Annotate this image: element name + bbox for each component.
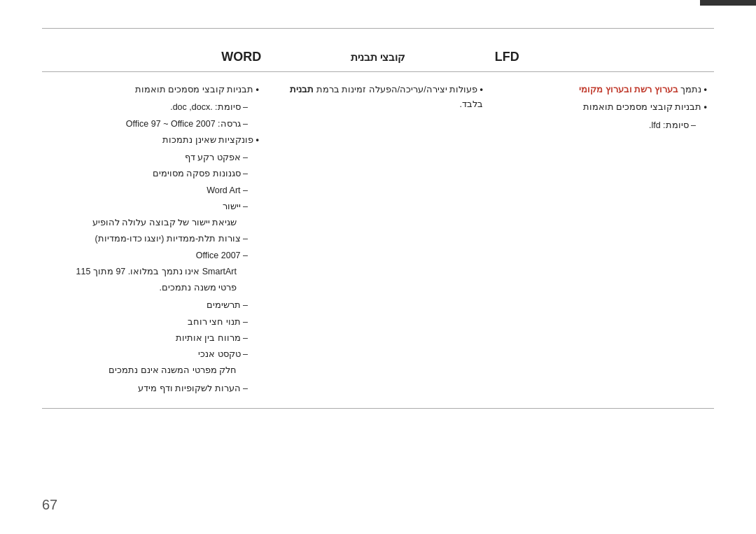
header-word: WORD: [42, 50, 268, 64]
word-note-2-text: SmartArt אינו נתמך במלואו. 97 מתוך 115: [76, 267, 237, 276]
word-sub-3-text: אפקט רקע דף: [185, 153, 241, 162]
word-item-1: תבניות קובצי מסמכים תואמות: [49, 83, 259, 97]
word-sub-12-text: טקסט אנכי: [198, 349, 240, 359]
word-sub-13: הערות לשקופיות ודף מידע: [49, 381, 259, 396]
word-note-1: שגיאת יישור של קבוצה עלולה להופיע: [49, 216, 259, 230]
word-sub-7: צורות תלת-ממדיות (יוצגו כדו-ממדיות): [49, 232, 259, 246]
word-note-1-text: שגיאת יישור של קבוצה עלולה להופיע: [92, 218, 237, 227]
word-note-3: פרטי משנה נתמכים.: [49, 281, 259, 295]
tafnit-item-1: פעולות יצירה/עריכה/הפעלה זמינות ברמת תבנ…: [273, 83, 483, 113]
word-sub-4: סגנונות פסקה מסוימים: [49, 167, 259, 181]
page-number: 67: [42, 497, 57, 513]
col-word: תבניות קובצי מסמכים תואמות סיומת: .doc ,…: [42, 83, 266, 398]
lfd-sub-1-text: סיומת: lfd.: [649, 120, 689, 130]
header-tafnit: קובצי תבנית: [268, 51, 487, 64]
tafnit-text-after: בלבד.: [460, 99, 483, 109]
top-accent-bar: [700, 0, 756, 6]
word-note-4-text: חלק מפרטי המשנה אינם נתמכים: [108, 365, 237, 375]
word-sub-3: אפקט רקע דף: [49, 150, 259, 165]
tafnit-text-bold: תבנית: [290, 85, 314, 94]
word-sub-5-text: Word Art: [206, 185, 240, 195]
word-sub-7-text: צורות תלת-ממדיות (יוצגו כדו-ממדיות): [94, 234, 240, 244]
lfd-item-2: תבניות קובצי מסמכים תואמות: [497, 100, 707, 115]
word-sub-6-text: יישור: [223, 202, 241, 211]
top-border: [42, 28, 714, 29]
word-sub-1: סיומת: .doc ,docx.: [49, 100, 259, 115]
word-sub-1-text: סיומת: .doc ,docx.: [170, 102, 240, 112]
word-sub-10-text: תנוי חצי רוחב: [188, 317, 241, 327]
word-sub-8: Office 2007: [49, 248, 259, 263]
header-row: LFD קובצי תבנית WORD: [42, 43, 714, 72]
word-sub-11-text: מרווח בין אותיות: [176, 333, 241, 343]
word-note-2: SmartArt אינו נתמך במלואו. 97 מתוך 115: [49, 265, 259, 279]
word-sub-5: Word Art: [49, 183, 259, 198]
word-sub-9-text: תרשימים: [206, 300, 241, 310]
lfd-item-2-text: תבניות קובצי מסמכים תואמות: [583, 102, 701, 112]
word-note-4: חלק מפרטי המשנה אינם נתמכים: [49, 363, 259, 378]
word-sub-2-text: גרסה: Office 97 ~ Office 2007: [126, 119, 241, 129]
word-item-2: פונקציות שאינן נתמכות: [49, 133, 259, 148]
page-container: LFD קובצי תבנית WORD נתמך בערוץ רשת ובער…: [0, 0, 756, 437]
col-lfd: נתמך בערוץ רשת ובערוץ מקומי תבניות קובצי…: [490, 83, 714, 398]
word-sub-2: גרסה: Office 97 ~ Office 2007: [49, 117, 259, 132]
word-sub-13-text: הערות לשקופיות ודף מידע: [138, 384, 240, 393]
tafnit-text-plain: פעולות יצירה/עריכה/הפעלה זמינות ברמת: [314, 85, 477, 94]
lfd-text-plain: נתמך: [678, 85, 701, 94]
word-item-2-text: פונקציות שאינן נתמכות: [162, 135, 253, 145]
word-sub-9: תרשימים: [49, 298, 259, 313]
word-sub-12: טקסט אנכי: [49, 347, 259, 362]
word-item-1-text: תבניות קובצי מסמכים תואמות: [135, 85, 253, 94]
lfd-item-1: נתמך בערוץ רשת ובערוץ מקומי: [497, 83, 707, 97]
word-sub-11: מרווח בין אותיות: [49, 331, 259, 346]
word-sub-8-text: Office 2007: [196, 251, 241, 260]
content-row: נתמך בערוץ רשת ובערוץ מקומי תבניות קובצי…: [42, 72, 714, 409]
word-sub-4-text: סגנונות פסקה מסוימים: [153, 169, 241, 178]
word-note-3-text: פרטי משנה נתמכים.: [160, 283, 237, 293]
header-lfd: LFD: [488, 50, 714, 64]
col-tafnit: פעולות יצירה/עריכה/הפעלה זמינות ברמת תבנ…: [266, 83, 490, 398]
word-sub-6: יישור: [49, 199, 259, 214]
word-sub-10: תנוי חצי רוחב: [49, 315, 259, 330]
lfd-sub-1: סיומת: lfd.: [497, 118, 707, 133]
lfd-link-text: בערוץ רשת ובערוץ מקומי: [579, 85, 678, 94]
